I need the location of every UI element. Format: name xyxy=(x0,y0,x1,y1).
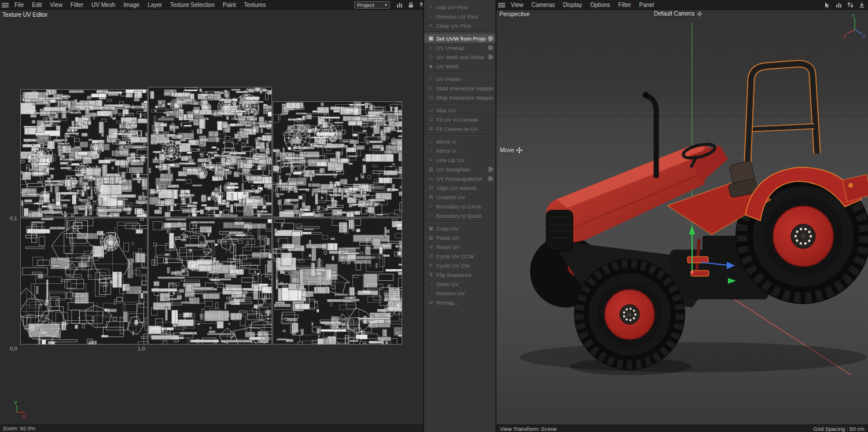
menu-view[interactable]: View xyxy=(507,0,528,10)
command-icon: ◆ xyxy=(427,63,435,69)
menubar-right-icons xyxy=(823,0,865,10)
chart-icon[interactable] xyxy=(396,2,403,9)
uv-tile-5[interactable] xyxy=(273,218,402,345)
gear-icon[interactable] xyxy=(487,175,494,182)
command-remap[interactable]: ⇄Remap... xyxy=(424,298,495,307)
command-uv-unwrap[interactable]: ▱UV Unwrap xyxy=(424,43,495,52)
command-label: Copy UV xyxy=(436,225,494,232)
command-icon: ⇄ xyxy=(427,299,435,305)
command-label: Restore UV xyxy=(436,290,494,296)
command-uv-weld-and-relax[interactable]: ◇UV Weld and Relax xyxy=(424,52,495,61)
command-label: Cycle UV CCW xyxy=(436,253,494,259)
lock-icon[interactable] xyxy=(407,2,414,9)
command-line-up-uv[interactable]: ≡Line Up UV xyxy=(424,155,495,164)
command-cycle-uv-ccw[interactable]: ↺Cycle UV CCW xyxy=(424,251,495,261)
command-mirror-v[interactable]: ↕Mirror V xyxy=(424,146,495,155)
menu-view[interactable]: View xyxy=(46,0,67,10)
uv-axis-label-01: 0,1 xyxy=(10,215,17,221)
command-icon: □ xyxy=(427,213,435,218)
command-uv-rectangularize[interactable]: ▭UV Rectangularize xyxy=(424,174,495,183)
command-add-uv-pins[interactable]: +Add UV Pins xyxy=(424,2,495,12)
command-label: Remap... xyxy=(436,299,494,306)
gear-icon[interactable] xyxy=(487,54,494,60)
command-boundary-to-quad[interactable]: □Boundary to Quad xyxy=(424,211,495,220)
project-dropdown[interactable]: Project ▾ xyxy=(354,1,390,9)
menu-paint[interactable]: Paint xyxy=(219,0,240,10)
menu-filter[interactable]: Filter xyxy=(67,0,87,10)
command-icon: ∩ xyxy=(427,76,435,82)
command-uv-straighten[interactable]: ▤UV Straighten xyxy=(424,164,495,174)
command-stop-interactive-mapping[interactable]: ◷Stop Interactive Mapping xyxy=(424,93,495,102)
view-mode-label[interactable]: Perspective xyxy=(499,11,529,17)
command-copy-uv[interactable]: ▣Copy UV xyxy=(424,224,495,233)
command-uv-peeler[interactable]: ∩UV Peeler xyxy=(424,74,495,83)
uv-tile-3[interactable] xyxy=(20,218,148,345)
menu-image[interactable]: Image xyxy=(119,0,144,10)
uv-tile-1[interactable] xyxy=(148,87,272,217)
menu-texture-selection[interactable]: Texture Selection xyxy=(166,0,219,10)
menu-cameras[interactable]: Cameras xyxy=(528,0,560,10)
camera-label[interactable]: Default Camera xyxy=(654,10,703,17)
command-start-interactive-mapping[interactable]: ▷Start Interactive Mapping xyxy=(424,83,495,93)
command-icon: ↕ xyxy=(427,148,435,153)
command-restore-uv[interactable]: ↑Restore UV xyxy=(424,288,495,298)
command-reset-uv[interactable]: ↺Reset UV xyxy=(424,242,495,251)
command-clear-uv-pins[interactable]: ×Clear UV Pins xyxy=(424,21,495,30)
hood xyxy=(546,145,713,251)
command-icon: ▣ xyxy=(427,225,435,231)
download-icon[interactable] xyxy=(858,2,865,9)
command-align-uv-islands[interactable]: ⊟Align UV Islands xyxy=(424,183,495,192)
command-store-uv[interactable]: ↓Store UV xyxy=(424,279,495,288)
viewport-scene[interactable] xyxy=(496,10,868,424)
menu-panel[interactable]: Panel xyxy=(635,0,659,10)
menu-edit[interactable]: Edit xyxy=(28,0,46,10)
swap-vertical-icon[interactable] xyxy=(847,2,854,9)
uv-tile-2[interactable] xyxy=(273,101,402,217)
command-label: Mirror V xyxy=(436,148,494,154)
menu-hamburger-icon[interactable] xyxy=(1,0,10,10)
gear-icon[interactable] xyxy=(487,166,494,173)
menu-display[interactable]: Display xyxy=(559,0,586,10)
command-paste-uv[interactable]: ▤Paste UV xyxy=(424,233,495,242)
menu-textures[interactable]: Textures xyxy=(240,0,270,10)
command-mirror-u[interactable]: ↔Mirror U xyxy=(424,137,495,146)
menu-file[interactable]: File xyxy=(10,0,28,10)
command-label: Remove UV Pins xyxy=(436,13,494,20)
command-uv-weld[interactable]: ◆UV Weld xyxy=(424,61,495,71)
axis-z-label: Z xyxy=(863,34,866,39)
command-fit-canvas-to-uv[interactable]: ⊞Fit Canvas to UV xyxy=(424,124,495,133)
texture-uv-editor-panel[interactable]: Texture UV Editor 0,1 0,0 1,0 V U xyxy=(0,10,423,424)
command-icon: ▭ xyxy=(427,175,435,181)
command-label: Add UV Pins xyxy=(436,4,494,10)
uv-tile-0[interactable] xyxy=(20,89,148,217)
command-label: Align UV Islands xyxy=(436,185,494,191)
gear-icon[interactable] xyxy=(487,45,494,51)
command-remove-uv-pins[interactable]: −Remove UV Pins xyxy=(424,12,495,21)
axis-x-label: X xyxy=(843,34,847,39)
menu-layer[interactable]: Layer xyxy=(144,0,166,10)
command-boundary-to-circle[interactable]: ○Boundary to Circle xyxy=(424,202,495,211)
command-label: UV Peeler xyxy=(436,76,494,82)
gear-icon[interactable] xyxy=(487,35,494,42)
command-fit-uv-to-canvas[interactable]: ⊡Fit UV to Canvas xyxy=(424,115,495,124)
chart-icon[interactable] xyxy=(835,2,842,9)
menu-uv-mesh[interactable]: UV Mesh xyxy=(87,0,119,10)
menu-options[interactable]: Options xyxy=(586,0,614,10)
uv-tile-4[interactable] xyxy=(148,218,272,345)
menu-filter[interactable]: Filter xyxy=(614,0,635,10)
command-label: Boundary to Quad xyxy=(436,213,494,219)
command-max-uv[interactable]: ▭Max UV xyxy=(424,105,495,115)
command-cycle-uv-cw[interactable]: ↻Cycle UV CW xyxy=(424,261,495,270)
command-set-uvw-from-projection[interactable]: ▦Set UVW from Projection xyxy=(424,34,495,43)
command-icon: ↔ xyxy=(427,138,435,144)
command-flip-sequence[interactable]: ⇅Flip Sequence xyxy=(424,270,495,279)
viewport-3d[interactable]: Perspective Default Camera Move Y Z X xyxy=(496,10,868,424)
uv-axis-label-00: 0,0 xyxy=(10,346,17,352)
command-icon: ↺ xyxy=(427,244,435,250)
cursor-icon[interactable] xyxy=(823,2,830,9)
gizmo-origin[interactable] xyxy=(691,271,694,274)
command-group-separator xyxy=(424,133,495,137)
command-icon: ◇ xyxy=(427,54,435,60)
command-unstitch-uv[interactable]: ⊠Unstitch UV xyxy=(424,192,495,202)
viewport-menu-hamburger-icon[interactable] xyxy=(497,0,506,10)
